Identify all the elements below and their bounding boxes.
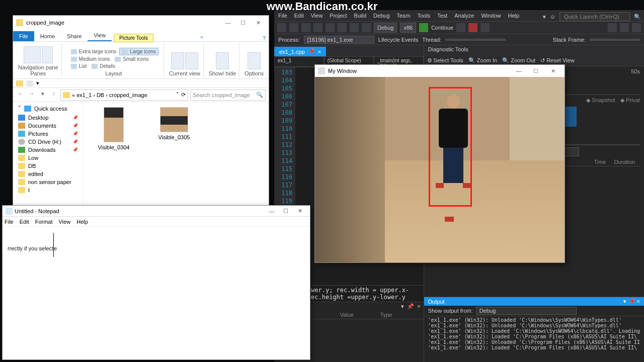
config-select[interactable]: Debug <box>374 23 397 33</box>
help-icon[interactable]: ? <box>263 35 266 41</box>
continue-icon[interactable] <box>419 23 428 32</box>
save-all-icon[interactable] <box>338 23 347 32</box>
sidebar-item-pictures[interactable]: Pictures📌 <box>13 130 83 138</box>
sidebar-item-low[interactable]: Low <box>13 154 83 162</box>
minimize-button[interactable]: — <box>220 20 235 26</box>
select-tools-button[interactable]: ⚙ Select Tools <box>427 57 463 64</box>
menu-edit[interactable]: Edit <box>294 13 304 19</box>
menu-tools[interactable]: Tools <box>417 13 430 19</box>
search-icon[interactable]: 🔍 <box>634 14 641 20</box>
quick-launch-input[interactable]: Quick Launch (Ctrl+Q) <box>559 12 630 21</box>
tab-file[interactable]: File <box>13 31 34 41</box>
layout-large-icons[interactable]: Large icons <box>119 48 158 55</box>
history-chevron-icon[interactable]: ▾ <box>38 90 47 100</box>
sidebar-item-edited[interactable]: edited <box>13 170 83 178</box>
up-button[interactable]: ↑ <box>49 90 58 100</box>
pin-icon[interactable]: 📌 <box>407 303 414 310</box>
lifecycle-label[interactable]: Lifecycle Events <box>378 37 418 43</box>
close-button[interactable]: ✕ <box>544 68 561 74</box>
minimize-button[interactable]: — <box>510 68 527 74</box>
sidebar-item-desktop[interactable]: Desktop📌 <box>13 114 83 122</box>
locals-type-col[interactable]: Type <box>380 312 421 318</box>
properties-icon[interactable] <box>26 80 33 86</box>
tab-share[interactable]: Share <box>61 31 88 41</box>
continue-button[interactable]: Continue <box>431 25 453 31</box>
folder-icon[interactable] <box>16 80 23 86</box>
breadcrumb-path[interactable]: « ex1_1 › DB › cropped_image <box>72 92 147 98</box>
layout-medium-icons[interactable]: Medium icons <box>69 56 112 62</box>
menu-debug[interactable]: Debug <box>373 13 389 19</box>
options-button[interactable] <box>248 52 261 69</box>
save-icon[interactable] <box>326 23 335 32</box>
pin-icon[interactable]: 📌 <box>308 48 315 55</box>
file-item[interactable]: Visible_0305 <box>154 107 194 140</box>
locals-value-col[interactable]: Value <box>340 312 380 318</box>
notification-icon[interactable]: ▾ <box>543 14 546 20</box>
open-icon[interactable] <box>313 23 323 32</box>
chevron-up-icon[interactable]: ^ <box>200 35 203 41</box>
private-legend[interactable]: ◆ Privat <box>620 97 640 104</box>
showhide-button[interactable] <box>216 52 229 69</box>
forward-button[interactable]: → <box>27 90 36 100</box>
sort-button[interactable] <box>171 52 184 69</box>
thread-select[interactable] <box>445 39 506 41</box>
layout-small-icons[interactable]: Small icons <box>113 56 150 62</box>
step-out-icon[interactable] <box>632 23 641 32</box>
group-button[interactable] <box>185 52 198 69</box>
duration-col[interactable]: Duration <box>614 159 635 165</box>
forward-icon[interactable] <box>289 23 298 32</box>
menu-view[interactable]: View <box>59 219 71 225</box>
snapshot-legend[interactable]: ◆ Snapshot <box>586 97 615 104</box>
feedback-icon[interactable]: ☺ <box>550 14 555 20</box>
stop-icon[interactable] <box>468 23 477 32</box>
close-button[interactable]: ✕ <box>293 208 307 214</box>
maximize-button[interactable]: ☐ <box>279 208 293 214</box>
maximize-button[interactable]: ☐ <box>235 20 251 26</box>
search-input[interactable]: Search cropped_image 🔍 <box>190 89 266 101</box>
menu-test[interactable]: Test <box>437 13 447 19</box>
search-icon[interactable]: 🔍 <box>256 92 263 98</box>
dropdown-icon[interactable]: ▾ <box>401 303 404 310</box>
file-area[interactable]: Visible_0304Visible_0305 <box>84 102 269 206</box>
minimize-button[interactable]: — <box>265 208 279 214</box>
close-icon[interactable]: × <box>417 303 420 310</box>
step-into-icon[interactable] <box>608 23 617 32</box>
tab-home[interactable]: Home <box>34 31 61 41</box>
time-col[interactable]: Time <box>594 159 606 165</box>
navigation-pane-button[interactable] <box>24 46 41 63</box>
sidebar-item-cddriveh[interactable]: CD Drive (H:)📌 <box>13 138 83 146</box>
step-over-icon[interactable] <box>620 23 629 32</box>
menu-build[interactable]: Build <box>354 13 366 19</box>
menu-window[interactable]: Window <box>481 13 501 19</box>
menu-team[interactable]: Team <box>397 13 411 19</box>
chevron-icon[interactable]: ˅ <box>18 105 21 112</box>
back-button[interactable]: ← <box>16 90 25 100</box>
file-item[interactable]: Visible_0304 <box>94 107 134 150</box>
redo-icon[interactable] <box>362 23 371 32</box>
maximize-button[interactable]: ☐ <box>527 68 544 74</box>
mywindow-titlebar[interactable]: My Window — ☐ ✕ <box>315 65 565 77</box>
layout-list[interactable]: List <box>69 63 89 69</box>
notepad-titlebar[interactable]: Untitled - Notepad — ☐ ✕ <box>3 206 310 217</box>
menu-format[interactable]: Format <box>35 219 53 225</box>
layout-extra-large-icons[interactable]: Extra large icons <box>69 48 118 55</box>
menu-help[interactable]: Help <box>508 13 520 19</box>
menu-help[interactable]: Help <box>76 219 88 225</box>
menu-analyze[interactable]: Analyze <box>454 13 474 19</box>
sidebar-item-documents[interactable]: Documents📌 <box>13 122 83 130</box>
process-select[interactable]: [16196] ex1_1.exe <box>304 36 374 44</box>
menu-edit[interactable]: Edit <box>20 219 29 225</box>
image-viewport[interactable] <box>315 77 565 262</box>
sidebar-item-t[interactable]: t <box>13 186 83 194</box>
editor-tab[interactable]: ex1_1.cpp 📌 × <box>274 47 326 56</box>
notepad-textarea[interactable]: rrectly if you selecte <box>3 227 310 359</box>
menu-view[interactable]: View <box>311 13 323 19</box>
menu-project[interactable]: Project <box>330 13 347 19</box>
back-icon[interactable] <box>277 23 286 32</box>
break-icon[interactable] <box>456 23 465 32</box>
refresh-icon[interactable]: ⟳ <box>181 92 186 98</box>
arch-select[interactable]: x86 <box>400 23 416 33</box>
sidebar-item-nonsensorpaper[interactable]: non sensor paper <box>13 178 83 186</box>
menu-file[interactable]: File <box>278 13 287 19</box>
tab-view[interactable]: View <box>88 30 112 41</box>
